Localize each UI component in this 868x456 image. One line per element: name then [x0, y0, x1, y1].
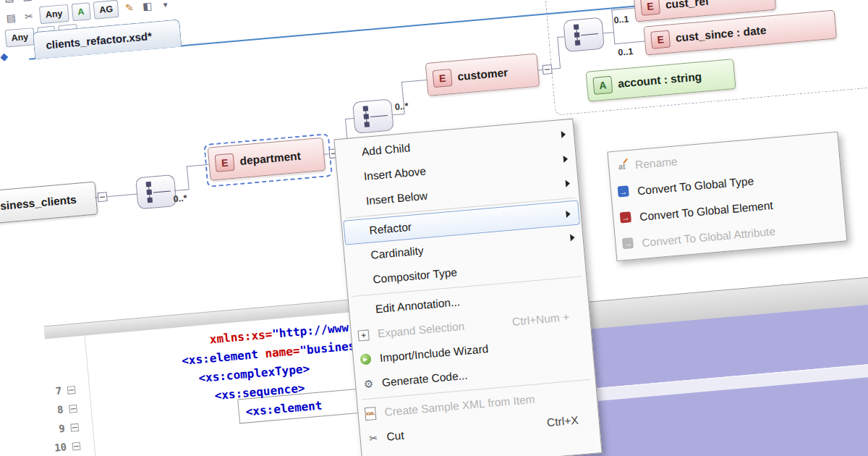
- menu-item-label: Compositor Type: [373, 266, 458, 285]
- menu-item-label: Rename: [634, 155, 678, 171]
- sequence-compositor[interactable]: [135, 174, 177, 210]
- generate-code-icon: ⚙: [362, 377, 375, 390]
- attribute-badge: A: [592, 76, 613, 95]
- save-icon[interactable]: ▦: [20, 0, 35, 4]
- edit-icon[interactable]: ✎: [122, 0, 137, 15]
- toggle-attribute[interactable]: A: [71, 2, 90, 21]
- fold-toggle[interactable]: [72, 442, 81, 451]
- schema-view-icon[interactable]: ◆: [0, 32, 2, 48]
- element-badge: E: [640, 0, 660, 16]
- element-label: cust_ref: [665, 0, 710, 12]
- multiplicity-label: 0..1: [618, 46, 634, 58]
- submenu-arrow-icon: [561, 131, 566, 138]
- diagram-tool-icon[interactable]: ◆: [0, 48, 12, 64]
- element-customer[interactable]: E customer: [425, 54, 540, 96]
- menu-item-label: Add Child: [361, 141, 410, 158]
- submenu-arrow-icon: [566, 180, 571, 187]
- refactor-submenu: at Rename → Convert To Global Type → Con…: [607, 132, 847, 261]
- menu-item-label: Convert To Global Element: [639, 199, 774, 223]
- element-business-clients[interactable]: business_clients: [0, 182, 98, 226]
- convert-element-icon: →: [620, 211, 631, 223]
- attribute-label: account : string: [617, 70, 702, 90]
- element-badge: E: [215, 153, 235, 172]
- menu-item-label: Refactor: [369, 221, 412, 237]
- document-tab-label: clients_refactor.xsd*: [46, 30, 153, 51]
- menu-item-label: Cardinality: [370, 244, 424, 261]
- menu-item-label: Generate Code...: [381, 369, 468, 389]
- open-icon[interactable]: ▤: [1, 0, 17, 6]
- collapse-toggle[interactable]: [98, 192, 108, 202]
- submenu-arrow-icon: [563, 155, 569, 162]
- cut-icon[interactable]: ✂: [21, 9, 37, 25]
- line-number: 10: [30, 437, 67, 456]
- convert-attribute-icon: →: [622, 237, 634, 249]
- connector-line: [187, 166, 190, 190]
- context-menu: Add Child Insert Above Insert Below Refa…: [333, 119, 602, 456]
- rename-icon: at: [615, 159, 628, 172]
- menu-item-label: Edit Annotation...: [375, 295, 460, 315]
- connector-line: [401, 80, 427, 83]
- fold-toggle[interactable]: [70, 423, 79, 432]
- menu-item-label: Convert To Global Type: [637, 174, 754, 197]
- toggle-any-element[interactable]: Any: [5, 28, 35, 47]
- menu-item-shortcut: Ctrl+X: [546, 408, 579, 436]
- submenu-arrow-icon: [570, 234, 575, 241]
- multiplicity-label: 0..*: [394, 101, 409, 112]
- connector-line: [345, 118, 354, 119]
- toggle-attribute-group[interactable]: AG: [93, 0, 119, 20]
- element-label: cust_since : date: [675, 24, 767, 45]
- sequence-compositor[interactable]: [352, 98, 394, 134]
- element-badge: E: [650, 30, 671, 49]
- menu-item-label: Convert To Global Attribute: [642, 225, 776, 249]
- connector-line: [107, 194, 137, 198]
- menu-item-label: Insert Below: [365, 190, 427, 207]
- element-label: business_clients: [0, 193, 77, 214]
- cut-icon: ✂: [367, 431, 380, 444]
- paste-icon[interactable]: ▤: [3, 10, 19, 26]
- fold-toggle[interactable]: [69, 405, 77, 413]
- multiplicity-label: 0..1: [613, 14, 629, 25]
- element-badge: E: [433, 69, 453, 88]
- import-wizard-icon: [359, 353, 371, 365]
- toggle-any-attribute[interactable]: Any: [39, 4, 69, 24]
- element-label: department: [239, 150, 302, 168]
- fold-toggle[interactable]: [67, 386, 76, 394]
- connector-line: [174, 189, 189, 191]
- connector-line: [393, 114, 404, 115]
- dropdown-icon[interactable]: ▼: [158, 0, 174, 12]
- menu-item-label: Cut: [386, 429, 405, 443]
- convert-type-icon: →: [618, 185, 629, 197]
- copy-icon[interactable]: ▣: [0, 12, 1, 28]
- application-window: ◆ ▤ ▦ ▣ ▤ ✂ Any A AG ✎ ◧ ▼ ◆ Any E G ◆ c…: [0, 0, 868, 456]
- menu-item-label: Import/Include Wizard: [379, 342, 489, 364]
- xml-file-icon: XML: [365, 407, 377, 421]
- menu-item-label: Insert Above: [363, 165, 426, 182]
- multiplicity-label: 0..*: [173, 193, 187, 205]
- expand-icon: +: [358, 329, 370, 341]
- sequence-compositor[interactable]: [563, 17, 605, 53]
- palette-icon[interactable]: ◧: [140, 0, 156, 14]
- menu-item-label: Expand Selection: [377, 320, 465, 339]
- submenu-arrow-icon: [566, 210, 571, 217]
- element-label: customer: [457, 66, 509, 83]
- line-number: [22, 344, 58, 347]
